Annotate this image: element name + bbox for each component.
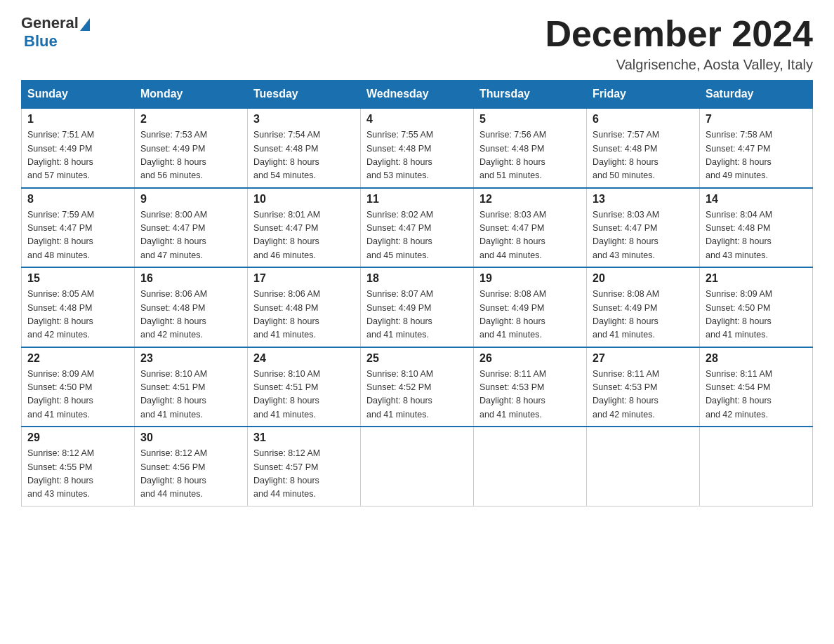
logo-triangle-icon bbox=[80, 18, 90, 31]
calendar-cell: 6 Sunrise: 7:57 AMSunset: 4:48 PMDayligh… bbox=[587, 108, 700, 188]
calendar-cell: 8 Sunrise: 7:59 AMSunset: 4:47 PMDayligh… bbox=[22, 188, 135, 268]
logo-general-text: General bbox=[21, 14, 79, 32]
calendar-cell: 13 Sunrise: 8:03 AMSunset: 4:47 PMDaylig… bbox=[587, 188, 700, 268]
calendar-cell: 26 Sunrise: 8:11 AMSunset: 4:53 PMDaylig… bbox=[474, 347, 587, 427]
week-row-1: 1 Sunrise: 7:51 AMSunset: 4:49 PMDayligh… bbox=[22, 108, 813, 188]
calendar-cell: 5 Sunrise: 7:56 AMSunset: 4:48 PMDayligh… bbox=[474, 108, 587, 188]
day-info: Sunrise: 8:01 AMSunset: 4:47 PMDaylight:… bbox=[253, 210, 320, 260]
calendar-cell: 11 Sunrise: 8:02 AMSunset: 4:47 PMDaylig… bbox=[361, 188, 474, 268]
day-number: 4 bbox=[366, 113, 468, 126]
day-info: Sunrise: 8:09 AMSunset: 4:50 PMDaylight:… bbox=[27, 369, 94, 420]
calendar-cell: 31 Sunrise: 8:12 AMSunset: 4:57 PMDaylig… bbox=[248, 427, 361, 506]
calendar-cell bbox=[474, 427, 587, 506]
day-info: Sunrise: 8:10 AMSunset: 4:52 PMDaylight:… bbox=[366, 369, 433, 420]
week-row-5: 29 Sunrise: 8:12 AMSunset: 4:55 PMDaylig… bbox=[22, 427, 813, 506]
calendar-cell: 22 Sunrise: 8:09 AMSunset: 4:50 PMDaylig… bbox=[22, 347, 135, 427]
day-number: 14 bbox=[706, 193, 807, 206]
day-number: 6 bbox=[593, 113, 694, 126]
day-info: Sunrise: 8:09 AMSunset: 4:50 PMDaylight:… bbox=[706, 289, 772, 340]
calendar-cell: 10 Sunrise: 8:01 AMSunset: 4:47 PMDaylig… bbox=[248, 188, 361, 268]
day-info: Sunrise: 8:02 AMSunset: 4:47 PMDaylight:… bbox=[366, 210, 433, 260]
day-number: 10 bbox=[253, 193, 355, 206]
day-info: Sunrise: 8:06 AMSunset: 4:48 PMDaylight:… bbox=[140, 289, 207, 340]
day-info: Sunrise: 8:12 AMSunset: 4:56 PMDaylight:… bbox=[140, 448, 207, 499]
day-number: 25 bbox=[366, 352, 468, 365]
day-number: 16 bbox=[140, 272, 241, 285]
calendar-cell: 29 Sunrise: 8:12 AMSunset: 4:55 PMDaylig… bbox=[22, 427, 135, 506]
week-row-2: 8 Sunrise: 7:59 AMSunset: 4:47 PMDayligh… bbox=[22, 188, 813, 268]
day-info: Sunrise: 8:10 AMSunset: 4:51 PMDaylight:… bbox=[253, 369, 320, 420]
day-number: 13 bbox=[593, 193, 694, 206]
calendar-cell: 17 Sunrise: 8:06 AMSunset: 4:48 PMDaylig… bbox=[248, 267, 361, 347]
day-info: Sunrise: 8:10 AMSunset: 4:51 PMDaylight:… bbox=[140, 369, 207, 420]
week-row-3: 15 Sunrise: 8:05 AMSunset: 4:48 PMDaylig… bbox=[22, 267, 813, 347]
calendar-cell: 21 Sunrise: 8:09 AMSunset: 4:50 PMDaylig… bbox=[700, 267, 813, 347]
day-number: 8 bbox=[27, 193, 128, 206]
weekday-header-friday: Friday bbox=[587, 81, 700, 109]
day-number: 23 bbox=[140, 352, 241, 365]
day-number: 26 bbox=[479, 352, 581, 365]
weekday-header-thursday: Thursday bbox=[474, 81, 587, 109]
calendar-cell: 2 Sunrise: 7:53 AMSunset: 4:49 PMDayligh… bbox=[135, 108, 248, 188]
calendar-cell: 7 Sunrise: 7:58 AMSunset: 4:47 PMDayligh… bbox=[700, 108, 813, 188]
day-number: 30 bbox=[140, 431, 241, 444]
day-number: 29 bbox=[27, 431, 128, 444]
calendar-cell: 15 Sunrise: 8:05 AMSunset: 4:48 PMDaylig… bbox=[22, 267, 135, 347]
week-row-4: 22 Sunrise: 8:09 AMSunset: 4:50 PMDaylig… bbox=[22, 347, 813, 427]
day-info: Sunrise: 7:51 AMSunset: 4:49 PMDaylight:… bbox=[27, 130, 94, 180]
day-number: 15 bbox=[27, 272, 128, 285]
calendar-cell: 30 Sunrise: 8:12 AMSunset: 4:56 PMDaylig… bbox=[135, 427, 248, 506]
day-number: 22 bbox=[27, 352, 128, 365]
day-info: Sunrise: 8:05 AMSunset: 4:48 PMDaylight:… bbox=[27, 289, 94, 340]
day-number: 27 bbox=[593, 352, 694, 365]
calendar-cell: 9 Sunrise: 8:00 AMSunset: 4:47 PMDayligh… bbox=[135, 188, 248, 268]
day-info: Sunrise: 8:11 AMSunset: 4:53 PMDaylight:… bbox=[593, 369, 659, 420]
logo: General Blue bbox=[21, 14, 91, 51]
logo-blue-text: Blue bbox=[24, 32, 58, 50]
day-info: Sunrise: 8:12 AMSunset: 4:57 PMDaylight:… bbox=[253, 448, 320, 499]
calendar-cell: 3 Sunrise: 7:54 AMSunset: 4:48 PMDayligh… bbox=[248, 108, 361, 188]
day-info: Sunrise: 8:04 AMSunset: 4:48 PMDaylight:… bbox=[706, 210, 772, 260]
day-info: Sunrise: 8:12 AMSunset: 4:55 PMDaylight:… bbox=[27, 448, 94, 499]
calendar-title-area: December 2024 Valgrisenche, Aosta Valley… bbox=[545, 14, 813, 73]
day-number: 21 bbox=[706, 272, 807, 285]
calendar-cell: 16 Sunrise: 8:06 AMSunset: 4:48 PMDaylig… bbox=[135, 267, 248, 347]
day-number: 17 bbox=[253, 272, 355, 285]
day-number: 1 bbox=[27, 113, 128, 126]
day-number: 5 bbox=[479, 113, 581, 126]
weekday-header-monday: Monday bbox=[135, 81, 248, 109]
day-info: Sunrise: 8:08 AMSunset: 4:49 PMDaylight:… bbox=[479, 289, 546, 340]
day-info: Sunrise: 7:59 AMSunset: 4:47 PMDaylight:… bbox=[27, 210, 94, 260]
day-info: Sunrise: 8:00 AMSunset: 4:47 PMDaylight:… bbox=[140, 210, 207, 260]
calendar-cell: 25 Sunrise: 8:10 AMSunset: 4:52 PMDaylig… bbox=[361, 347, 474, 427]
day-number: 11 bbox=[366, 193, 468, 206]
calendar-subtitle: Valgrisenche, Aosta Valley, Italy bbox=[545, 57, 813, 73]
calendar-cell: 20 Sunrise: 8:08 AMSunset: 4:49 PMDaylig… bbox=[587, 267, 700, 347]
day-info: Sunrise: 8:08 AMSunset: 4:49 PMDaylight:… bbox=[593, 289, 659, 340]
day-number: 9 bbox=[140, 193, 241, 206]
day-info: Sunrise: 7:55 AMSunset: 4:48 PMDaylight:… bbox=[366, 130, 433, 180]
day-number: 2 bbox=[140, 113, 241, 126]
calendar-cell: 14 Sunrise: 8:04 AMSunset: 4:48 PMDaylig… bbox=[700, 188, 813, 268]
calendar-cell: 18 Sunrise: 8:07 AMSunset: 4:49 PMDaylig… bbox=[361, 267, 474, 347]
calendar-cell: 28 Sunrise: 8:11 AMSunset: 4:54 PMDaylig… bbox=[700, 347, 813, 427]
day-number: 28 bbox=[706, 352, 807, 365]
day-number: 31 bbox=[253, 431, 355, 444]
day-info: Sunrise: 7:57 AMSunset: 4:48 PMDaylight:… bbox=[593, 130, 659, 180]
day-info: Sunrise: 8:07 AMSunset: 4:49 PMDaylight:… bbox=[366, 289, 433, 340]
calendar-cell: 24 Sunrise: 8:10 AMSunset: 4:51 PMDaylig… bbox=[248, 347, 361, 427]
day-number: 19 bbox=[479, 272, 581, 285]
day-number: 18 bbox=[366, 272, 468, 285]
day-info: Sunrise: 8:11 AMSunset: 4:54 PMDaylight:… bbox=[706, 369, 772, 420]
calendar-cell: 27 Sunrise: 8:11 AMSunset: 4:53 PMDaylig… bbox=[587, 347, 700, 427]
day-info: Sunrise: 8:11 AMSunset: 4:53 PMDaylight:… bbox=[479, 369, 546, 420]
calendar-cell bbox=[700, 427, 813, 506]
calendar-cell bbox=[361, 427, 474, 506]
day-number: 12 bbox=[479, 193, 581, 206]
day-info: Sunrise: 8:03 AMSunset: 4:47 PMDaylight:… bbox=[593, 210, 659, 260]
day-info: Sunrise: 8:03 AMSunset: 4:47 PMDaylight:… bbox=[479, 210, 546, 260]
day-number: 3 bbox=[253, 113, 355, 126]
day-info: Sunrise: 7:54 AMSunset: 4:48 PMDaylight:… bbox=[253, 130, 320, 180]
page-header: General Blue December 2024 Valgrisenche,… bbox=[21, 14, 813, 73]
day-info: Sunrise: 7:53 AMSunset: 4:49 PMDaylight:… bbox=[140, 130, 207, 180]
